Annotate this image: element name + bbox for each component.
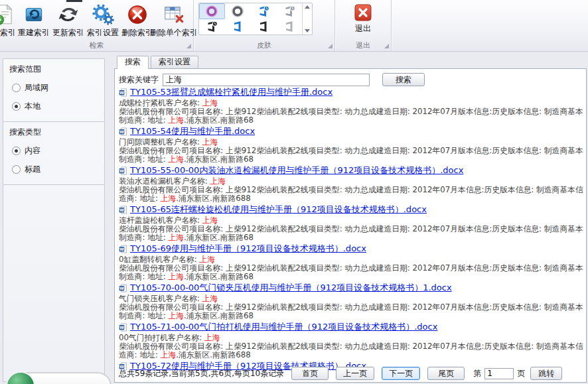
result-snippet-line: 连杆盖旋松机客户名称: 上海 — [119, 216, 583, 225]
prev-page-button[interactable]: 上一页 — [336, 367, 374, 380]
result-snippet-line: 00气门拍打机客户名称: 上海 — [119, 334, 583, 342]
word-file-icon: W — [119, 166, 127, 175]
gears-icon — [92, 3, 114, 26]
rebuild-index-button[interactable]: 重建索引 — [17, 2, 51, 38]
result-title-row: WTY105-70-00-00气门锁夹压机使用与维护手册（912项目设备技术规格… — [119, 283, 583, 293]
ribbon-toolbar: 建索引 重建索引 — [0, 0, 588, 52]
radio-option-title[interactable]: 标题 — [12, 164, 98, 175]
result-link[interactable]: TY105-70-00-00气门锁夹压机使用与维护手册（912项目设备技术规格书… — [130, 282, 452, 294]
skin-thumbnail-7[interactable] — [251, 19, 277, 35]
snippet-text: .浦东新区.南新路68 — [184, 233, 254, 242]
snippet-text: .浦东新区.南新路68 — [184, 273, 254, 281]
result-link[interactable]: TY105-54使用与维护手册.docx — [130, 125, 255, 137]
search-keyword-label: 搜索关键字 — [119, 74, 159, 86]
highlight-keyword: 上海 — [202, 138, 218, 147]
result-item: WTY105-70-00-00气门锁夹压机使用与维护手册（912项目设备技术规格… — [119, 283, 583, 320]
floating-widget[interactable] — [7, 372, 111, 384]
result-link[interactable]: TY105-53摇臂总成螺栓拧紧机使用与维护手册.docx — [130, 86, 332, 98]
exit-button[interactable]: 退出 — [345, 4, 381, 34]
section-title: 搜索范围 — [9, 64, 98, 75]
radio-option-content[interactable]: 内容 — [12, 145, 98, 157]
svg-text:W: W — [119, 90, 124, 94]
svg-text:W: W — [119, 168, 124, 172]
result-snippet-line: 柴油机股份有限公司项目名称: 上柴912柴油机装配2线项目类型: 动力总成建造日… — [119, 147, 583, 155]
snippet-text: 00气门拍打机客户名称: — [119, 334, 204, 342]
result-snippet-line: 制造商: 地址: 上海.浦东新区.南新路68 — [119, 233, 583, 242]
jump-button[interactable]: 跳转 — [530, 367, 562, 380]
search-options-panel: 搜索范围 局域网 本地 搜索类型 内容 标题 — [3, 58, 105, 382]
word-file-icon: W — [119, 88, 127, 97]
skin-thumbnail-5[interactable] — [199, 19, 225, 35]
button-label: 退出 — [355, 23, 371, 34]
skin-thumbnail-8[interactable] — [276, 19, 302, 35]
skin-thumbnail-3[interactable] — [251, 3, 277, 19]
button-label: 索引设置 — [87, 27, 119, 38]
snippet-text: 柴油机股份有限公司项目名称: 上柴912柴油机装配2线项目类型: 动力总成建造日… — [119, 107, 583, 116]
ribbon-group-exit: 退出 退出 — [335, 0, 392, 51]
tab-index-settings[interactable]: 索引设置 — [151, 56, 198, 68]
tab-search[interactable]: 搜索 — [117, 56, 149, 69]
result-snippet-line: 制造商: 地址: 上海.浦东新区.南新路68 — [119, 273, 583, 281]
result-link[interactable]: TY105-71-00-00气门拍打机使用与维护手册（912项目设备技术规格书）… — [130, 321, 437, 333]
result-link[interactable]: TY105-69使用与维护手册（912项目设备技术规格书）.docx — [130, 243, 366, 255]
highlight-keyword: 上海 — [168, 273, 184, 281]
snippet-text: 柴油机股份有限公司项目名称: 上柴912柴油机装配2线项目类型: 动力总成建造日… — [119, 225, 583, 233]
snippet-text: 装油水道检漏机客户名称: — [119, 177, 210, 186]
dialog-launcher-icon[interactable] — [328, 44, 332, 48]
result-title-row: WTY105-54使用与维护手册.docx — [119, 126, 583, 137]
button-label: 更新索引 — [52, 27, 84, 38]
result-title-row: WTY105-53摇臂总成螺栓拧紧机使用与维护手册.docx — [119, 87, 583, 97]
radio-icon — [12, 165, 21, 174]
last-page-button[interactable]: 尾页 — [427, 367, 465, 380]
result-snippet-line: 柴油机股份有限公司项目名称: 上柴912柴油机装配2线项目类型: 动力总成建造日… — [119, 303, 583, 312]
page-number-input[interactable] — [484, 368, 514, 379]
snippet-text: 柴油机股份有限公司项目名称: 上柴912柴油机装配2线项目类型: 动力总成建造日… — [119, 264, 583, 273]
dialog-launcher-icon[interactable] — [384, 44, 389, 48]
scroll-up-icon[interactable] — [305, 5, 310, 9]
snippet-text: 成螺栓拧紧机客户名称: — [119, 99, 202, 107]
create-index-button[interactable]: 建索引 — [0, 2, 17, 38]
skin-thumbnail-1[interactable] — [199, 3, 225, 19]
highlight-keyword: 上海 — [161, 351, 177, 359]
delete-single-index-button[interactable]: 删除单个索引 — [155, 2, 193, 38]
highlight-keyword: 上海 — [168, 312, 184, 320]
result-snippet-line: 气门锁夹压机客户名称: 上海 — [119, 294, 583, 303]
snippet-text: 门间隙调整机客户名称: — [119, 138, 202, 147]
highlight-keyword: 上海 — [161, 194, 177, 203]
table-delete-icon — [163, 3, 185, 26]
result-link[interactable]: TY105-55-00-00内装油水道检漏机使用与维护手册（912项目设备技术规… — [130, 164, 463, 176]
skin-thumbnail-2[interactable] — [225, 3, 251, 19]
snippet-text: 制造商: 地址: — [119, 273, 168, 281]
snippet-text: 柴油机股份有限公司项目名称: 上柴912柴油机装配2线项目类型: 动力总成建造日… — [119, 186, 583, 194]
result-item: WTY105-55-00-00内装油水道检漏机使用与维护手册（912项目设备技术… — [119, 165, 583, 203]
first-page-button[interactable]: 首页 — [291, 367, 329, 380]
index-settings-button[interactable]: 索引设置 — [86, 2, 120, 38]
result-snippet-line: 柴油机股份有限公司项目名称: 上柴912柴油机装配2线项目类型: 动力总成建造日… — [119, 107, 583, 116]
radio-option-local[interactable]: 本地 — [12, 101, 98, 112]
next-page-button[interactable]: 下一页 — [382, 367, 420, 380]
result-snippet-line: 制造商: 地址: 上海.浦东新区.南新路68 — [119, 312, 583, 320]
gallery-scrollbar — [302, 3, 312, 34]
svg-text:W: W — [119, 207, 124, 212]
skin-thumbnail-4[interactable] — [276, 3, 302, 19]
highlight-keyword: 上海 — [168, 233, 184, 242]
result-title-row: WTY105-69使用与维护手册（912项目设备技术规格书）.docx — [119, 243, 583, 254]
search-button[interactable]: 搜索 — [382, 73, 425, 86]
snippet-text: .浦东新区.南新路68 — [184, 116, 254, 125]
button-label: 删除索引 — [121, 27, 153, 38]
snippet-text: .浦东新区.南新路68 — [184, 312, 254, 320]
scroll-down-icon[interactable] — [305, 29, 310, 32]
dialog-launcher-icon[interactable] — [186, 44, 191, 48]
result-link[interactable]: TY105-65连杆螺栓旋松机使用与维护手册（912项目设备技术规格书）.doc… — [130, 204, 427, 216]
highlight-keyword: 上海 — [202, 99, 218, 107]
highlight-keyword: 上海 — [168, 116, 184, 125]
records-summary: 总共59条记录,当前第5页,共6页,每页10条记录 — [119, 368, 284, 379]
skin-thumbnail-6[interactable] — [225, 19, 251, 35]
result-snippet-line: 柴油机股份有限公司项目名称: 上柴912柴油机装配2线项目类型: 动力总成建造日… — [119, 186, 583, 194]
button-label: 重建索引 — [18, 27, 50, 38]
search-type-section: 搜索类型 内容 标题 — [3, 122, 104, 185]
search-input[interactable] — [163, 74, 370, 86]
update-index-icon — [57, 3, 80, 26]
radio-option-lan[interactable]: 局域网 — [12, 82, 98, 94]
update-index-button[interactable]: 更新索引 — [51, 2, 86, 38]
